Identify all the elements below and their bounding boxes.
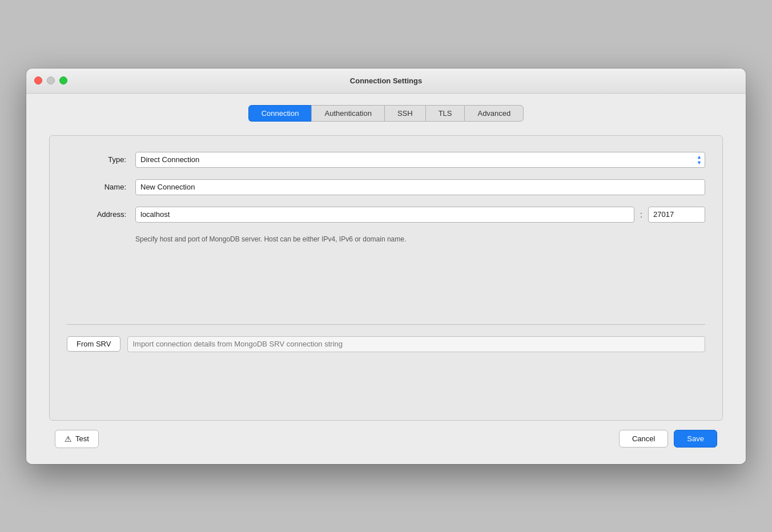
address-hint: Specify host and port of MongoDB server.… [135, 234, 705, 244]
cancel-button[interactable]: Cancel [619, 430, 668, 448]
close-button[interactable] [34, 76, 42, 84]
form-area: Type: Direct Connection Replica Set Shar… [49, 135, 723, 421]
save-button[interactable]: Save [674, 430, 717, 448]
test-icon: ⚠ [65, 434, 72, 444]
tab-tls[interactable]: TLS [425, 105, 465, 122]
test-button[interactable]: ⚠ Test [55, 430, 99, 448]
tab-bar: Connection Authentication SSH TLS Advanc… [49, 105, 723, 122]
bottom-bar: ⚠ Test Cancel Save [49, 421, 723, 450]
minimize-button[interactable] [47, 76, 55, 84]
window-controls [34, 76, 67, 84]
address-row: Address: : [67, 207, 705, 223]
name-row: Name: [67, 179, 705, 195]
srv-row: From SRV [67, 336, 705, 352]
right-buttons: Cancel Save [619, 430, 717, 448]
window-title: Connection Settings [350, 76, 422, 85]
tab-authentication[interactable]: Authentication [311, 105, 384, 122]
titlebar: Connection Settings [26, 68, 746, 94]
maximize-button[interactable] [59, 76, 67, 84]
tab-connection[interactable]: Connection [248, 105, 312, 122]
type-select[interactable]: Direct Connection Replica Set Sharded Cl… [135, 152, 705, 168]
name-input[interactable] [135, 179, 705, 195]
tab-advanced[interactable]: Advanced [464, 105, 524, 122]
from-srv-button[interactable]: From SRV [67, 336, 120, 352]
type-select-wrapper: Direct Connection Replica Set Sharded Cl… [135, 152, 705, 168]
address-fields: : [135, 207, 705, 223]
tab-ssh[interactable]: SSH [384, 105, 425, 122]
colon-separator: : [634, 210, 648, 219]
divider [67, 324, 705, 325]
connection-settings-window: Connection Settings Connection Authentic… [26, 68, 746, 464]
srv-input[interactable] [127, 336, 705, 352]
type-row: Type: Direct Connection Replica Set Shar… [67, 152, 705, 168]
port-input[interactable] [648, 207, 705, 223]
test-button-label: Test [75, 434, 89, 443]
address-host-input[interactable] [135, 207, 634, 223]
address-label: Address: [67, 210, 135, 219]
spacer [67, 244, 705, 313]
name-label: Name: [67, 183, 135, 191]
main-content: Connection Authentication SSH TLS Advanc… [26, 94, 746, 464]
type-label: Type: [67, 155, 135, 164]
